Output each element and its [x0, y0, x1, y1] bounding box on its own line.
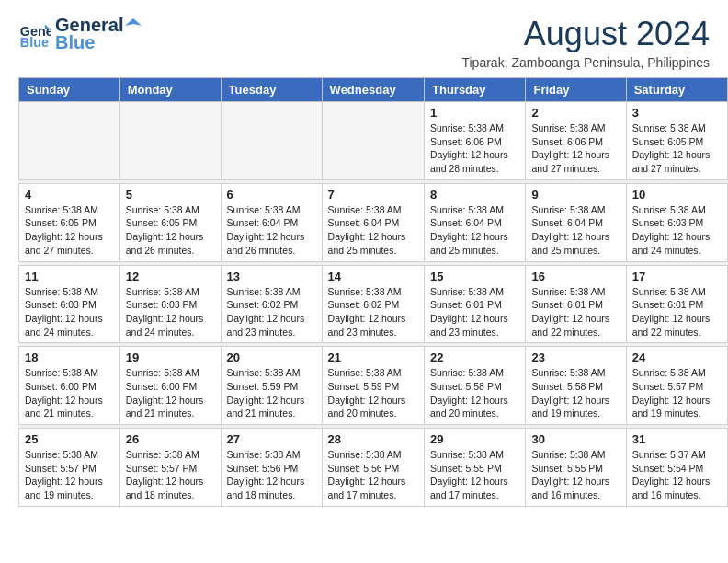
logo-icon: General Blue — [18, 17, 51, 51]
day-number: 20 — [227, 350, 316, 364]
day-info: Sunrise: 5:38 AMSunset: 5:57 PMDaylight:… — [25, 448, 114, 502]
calendar-day-cell: 12Sunrise: 5:38 AMSunset: 6:03 PMDayligh… — [119, 265, 221, 343]
day-info: Sunrise: 5:38 AMSunset: 6:00 PMDaylight:… — [25, 366, 114, 420]
calendar-day-cell: 23Sunrise: 5:38 AMSunset: 5:58 PMDayligh… — [526, 347, 626, 425]
day-info: Sunrise: 5:38 AMSunset: 5:56 PMDaylight:… — [227, 448, 316, 502]
day-info: Sunrise: 5:38 AMSunset: 5:57 PMDaylight:… — [632, 366, 722, 420]
day-info: Sunrise: 5:38 AMSunset: 5:55 PMDaylight:… — [531, 448, 620, 502]
day-number: 4 — [25, 188, 114, 201]
calendar-table: SundayMondayTuesdayWednesdayThursdayFrid… — [18, 77, 728, 507]
calendar-day-cell — [19, 102, 120, 180]
day-info: Sunrise: 5:38 AMSunset: 6:04 PMDaylight:… — [430, 203, 519, 258]
calendar-day-cell: 31Sunrise: 5:37 AMSunset: 5:54 PMDayligh… — [626, 429, 727, 507]
day-info: Sunrise: 5:38 AMSunset: 6:03 PMDaylight:… — [126, 285, 215, 339]
day-number: 22 — [430, 350, 519, 364]
day-info: Sunrise: 5:38 AMSunset: 5:59 PMDaylight:… — [328, 366, 418, 420]
day-info: Sunrise: 5:38 AMSunset: 6:01 PMDaylight:… — [531, 285, 620, 339]
calendar-day-cell: 20Sunrise: 5:38 AMSunset: 5:59 PMDayligh… — [221, 347, 322, 425]
day-number: 7 — [328, 188, 418, 201]
day-number: 17 — [632, 270, 722, 283]
calendar-week-row: 1Sunrise: 5:38 AMSunset: 6:06 PMDaylight… — [19, 102, 728, 180]
calendar-day-cell: 13Sunrise: 5:38 AMSunset: 6:02 PMDayligh… — [221, 265, 322, 343]
day-info: Sunrise: 5:38 AMSunset: 5:56 PMDaylight:… — [328, 448, 418, 502]
weekday-header: Wednesday — [322, 78, 424, 102]
day-number: 2 — [531, 106, 620, 120]
day-info: Sunrise: 5:38 AMSunset: 6:03 PMDaylight:… — [632, 203, 722, 258]
day-info: Sunrise: 5:38 AMSunset: 5:55 PMDaylight:… — [430, 448, 519, 502]
calendar-day-cell: 28Sunrise: 5:38 AMSunset: 5:56 PMDayligh… — [322, 429, 424, 507]
day-number: 12 — [126, 270, 215, 283]
calendar-day-cell: 11Sunrise: 5:38 AMSunset: 6:03 PMDayligh… — [19, 265, 120, 343]
day-info: Sunrise: 5:38 AMSunset: 5:59 PMDaylight:… — [227, 366, 316, 420]
calendar-wrapper: SundayMondayTuesdayWednesdayThursdayFrid… — [0, 77, 728, 516]
weekday-header: Friday — [526, 78, 626, 102]
calendar-day-cell: 18Sunrise: 5:38 AMSunset: 6:00 PMDayligh… — [19, 347, 120, 425]
weekday-header: Saturday — [626, 78, 727, 102]
calendar-day-cell — [119, 102, 221, 180]
day-number: 1 — [430, 106, 519, 120]
day-info: Sunrise: 5:38 AMSunset: 5:58 PMDaylight:… — [531, 366, 620, 420]
calendar-day-cell: 26Sunrise: 5:38 AMSunset: 5:57 PMDayligh… — [119, 429, 221, 507]
day-number: 5 — [126, 188, 215, 201]
calendar-day-cell: 29Sunrise: 5:38 AMSunset: 5:55 PMDayligh… — [425, 429, 526, 507]
day-info: Sunrise: 5:38 AMSunset: 6:06 PMDaylight:… — [430, 121, 519, 176]
day-number: 14 — [328, 270, 418, 283]
calendar-day-cell: 14Sunrise: 5:38 AMSunset: 6:02 PMDayligh… — [322, 265, 424, 343]
month-year-title: August 2024 — [461, 15, 710, 53]
svg-text:Blue: Blue — [20, 35, 49, 50]
calendar-day-cell: 27Sunrise: 5:38 AMSunset: 5:56 PMDayligh… — [221, 429, 322, 507]
day-info: Sunrise: 5:38 AMSunset: 6:01 PMDaylight:… — [430, 285, 519, 339]
calendar-day-cell: 6Sunrise: 5:38 AMSunset: 6:04 PMDaylight… — [221, 183, 322, 261]
day-number: 24 — [632, 350, 722, 364]
logo-bird-icon — [125, 17, 142, 31]
calendar-day-cell: 4Sunrise: 5:38 AMSunset: 6:05 PMDaylight… — [19, 183, 120, 261]
weekday-header: Sunday — [19, 78, 120, 102]
calendar-day-cell: 15Sunrise: 5:38 AMSunset: 6:01 PMDayligh… — [425, 265, 526, 343]
calendar-day-cell: 16Sunrise: 5:38 AMSunset: 6:01 PMDayligh… — [526, 265, 626, 343]
calendar-day-cell: 8Sunrise: 5:38 AMSunset: 6:04 PMDaylight… — [425, 183, 526, 261]
location-subtitle: Tiparak, Zamboanga Peninsula, Philippine… — [461, 55, 710, 70]
svg-marker-3 — [125, 18, 142, 26]
day-number: 30 — [531, 432, 620, 446]
calendar-day-cell: 2Sunrise: 5:38 AMSunset: 6:06 PMDaylight… — [526, 102, 626, 180]
calendar-day-cell — [322, 102, 424, 180]
calendar-day-cell: 1Sunrise: 5:38 AMSunset: 6:06 PMDaylight… — [425, 102, 526, 180]
day-info: Sunrise: 5:38 AMSunset: 6:02 PMDaylight:… — [328, 285, 418, 339]
day-number: 25 — [25, 432, 114, 446]
calendar-week-row: 11Sunrise: 5:38 AMSunset: 6:03 PMDayligh… — [19, 265, 728, 343]
calendar-day-cell: 3Sunrise: 5:38 AMSunset: 6:05 PMDaylight… — [626, 102, 727, 180]
calendar-day-cell: 21Sunrise: 5:38 AMSunset: 5:59 PMDayligh… — [322, 347, 424, 425]
day-number: 15 — [430, 270, 519, 283]
day-number: 18 — [25, 350, 114, 364]
day-info: Sunrise: 5:38 AMSunset: 6:05 PMDaylight:… — [126, 203, 215, 258]
title-area: August 2024 Tiparak, Zamboanga Peninsula… — [461, 15, 710, 70]
calendar-day-cell: 9Sunrise: 5:38 AMSunset: 6:04 PMDaylight… — [526, 183, 626, 261]
day-number: 8 — [430, 188, 519, 201]
day-number: 26 — [126, 432, 215, 446]
calendar-day-cell: 5Sunrise: 5:38 AMSunset: 6:05 PMDaylight… — [119, 183, 221, 261]
day-number: 23 — [531, 350, 620, 364]
day-number: 13 — [227, 270, 316, 283]
day-info: Sunrise: 5:38 AMSunset: 6:00 PMDaylight:… — [126, 366, 215, 420]
day-info: Sunrise: 5:38 AMSunset: 6:01 PMDaylight:… — [632, 285, 722, 339]
calendar-day-cell: 30Sunrise: 5:38 AMSunset: 5:55 PMDayligh… — [526, 429, 626, 507]
calendar-week-row: 18Sunrise: 5:38 AMSunset: 6:00 PMDayligh… — [19, 347, 728, 425]
day-number: 16 — [531, 270, 620, 283]
day-number: 6 — [227, 188, 316, 201]
day-number: 19 — [126, 350, 215, 364]
calendar-day-cell: 7Sunrise: 5:38 AMSunset: 6:04 PMDaylight… — [322, 183, 424, 261]
day-number: 31 — [632, 432, 722, 446]
day-number: 11 — [25, 270, 114, 283]
day-info: Sunrise: 5:38 AMSunset: 6:03 PMDaylight:… — [25, 285, 114, 339]
day-info: Sunrise: 5:38 AMSunset: 5:58 PMDaylight:… — [430, 366, 519, 420]
calendar-day-cell: 19Sunrise: 5:38 AMSunset: 6:00 PMDayligh… — [119, 347, 221, 425]
day-number: 10 — [632, 188, 722, 201]
calendar-day-cell — [221, 102, 322, 180]
day-info: Sunrise: 5:38 AMSunset: 6:02 PMDaylight:… — [227, 285, 316, 339]
day-info: Sunrise: 5:37 AMSunset: 5:54 PMDaylight:… — [632, 448, 722, 502]
day-info: Sunrise: 5:38 AMSunset: 6:04 PMDaylight:… — [531, 203, 620, 258]
page-header: General Blue General Blue August 2024 Ti… — [0, 0, 728, 77]
day-info: Sunrise: 5:38 AMSunset: 6:04 PMDaylight:… — [227, 203, 316, 258]
day-info: Sunrise: 5:38 AMSunset: 6:06 PMDaylight:… — [531, 121, 620, 176]
day-number: 28 — [328, 432, 418, 446]
